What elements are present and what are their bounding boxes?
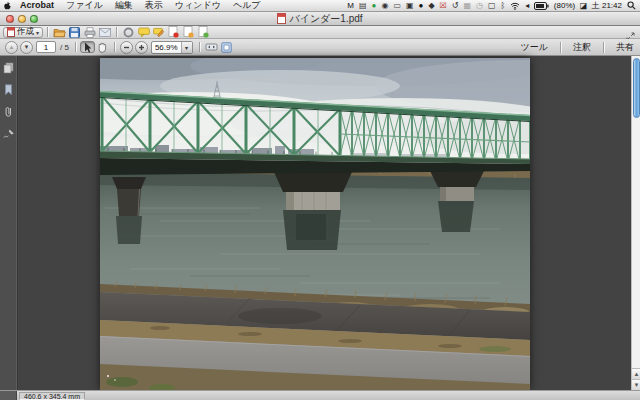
window-title-bar[interactable]: バインダー1.pdf [0, 12, 640, 26]
zoom-in-button[interactable] [135, 41, 148, 54]
ring-tool-icon [123, 27, 134, 38]
page-number-input[interactable] [36, 41, 56, 53]
pdf-page-photo [100, 58, 530, 390]
time-machine-icon[interactable]: ↺ [449, 0, 461, 11]
zoom-out-button[interactable] [120, 41, 133, 54]
page-thumbnails-icon[interactable] [2, 61, 15, 74]
scrollbar-thumb[interactable] [633, 58, 640, 118]
cursor-arrow-icon [83, 42, 92, 53]
document-orange-badge-icon [183, 26, 194, 38]
antivirus-orb-icon[interactable]: ● [369, 0, 379, 11]
select-tool-button[interactable] [80, 41, 95, 53]
menubar-clock[interactable]: 土 21:42 [590, 0, 624, 11]
menu-item-view[interactable]: 表示 [139, 0, 169, 11]
previous-page-button[interactable]: ▲ [5, 41, 18, 54]
spaces-grid-icon[interactable]: ▦ [461, 0, 474, 11]
window-title: バインダー1.pdf [289, 12, 362, 26]
menu-bar: Acrobat ファイル 編集 表示 ウィンドウ ヘルプ M▤●◉▭▣●◆☒↺▦… [0, 0, 640, 12]
desktop: Acrobat ファイル 編集 表示 ウィンドウ ヘルプ M▤●◉▭▣●◆☒↺▦… [0, 0, 640, 400]
menu-item-help[interactable]: ヘルプ [227, 0, 267, 11]
page-count-label: / 5 [60, 43, 69, 52]
spotlight-icon[interactable] [624, 0, 638, 11]
attachments-paperclip-icon[interactable] [2, 105, 15, 118]
status-bar: 460.6 x 345.4 mm [0, 390, 640, 400]
app-m-icon[interactable]: M [345, 0, 357, 11]
scroll-up-arrow[interactable]: ▲ [632, 368, 640, 379]
document-red-badge-icon [168, 26, 179, 38]
printer-icon [84, 27, 96, 38]
network-error-icon[interactable]: ☒ [437, 0, 449, 11]
record-dot-icon[interactable]: ● [416, 0, 426, 11]
plus-icon [138, 44, 145, 51]
doc-forward-button[interactable] [181, 26, 196, 38]
minimize-window-button[interactable] [18, 15, 26, 23]
doc-approve-button[interactable] [196, 26, 211, 38]
bluetooth-icon[interactable]: ᛒ [498, 0, 508, 11]
create-pdf-icon [7, 27, 15, 37]
zoom-level-combo[interactable]: 56.9% ▾ [151, 41, 193, 54]
battery-percent[interactable]: (80%) [552, 1, 577, 10]
document-pane: ▲ ▼ [0, 56, 640, 390]
nav-toolbar: ▲ ▼ / 5 56.9% ▾ ツール 注釈 [0, 39, 640, 56]
input-method-icon[interactable]: ◆ [426, 0, 437, 11]
print-button[interactable] [82, 26, 97, 38]
bookmarks-icon[interactable] [2, 83, 15, 96]
stamp-tool-button[interactable] [121, 26, 136, 38]
tools-panel-button[interactable]: ツール [513, 41, 556, 54]
hand-icon [97, 42, 107, 53]
sticky-note-button[interactable] [136, 26, 151, 38]
signature-icon[interactable] [2, 127, 15, 140]
highlight-text-button[interactable] [151, 26, 166, 38]
day-app-icon[interactable]: ◪ [577, 0, 590, 11]
highlighter-icon [153, 27, 165, 38]
apple-logo-icon[interactable] [0, 0, 14, 11]
envelope-icon [99, 28, 111, 37]
hand-tool-button[interactable] [95, 41, 110, 53]
clock-dim-icon[interactable]: ◷ [473, 0, 485, 11]
display-icon[interactable]: ▢ [485, 0, 498, 11]
bridge-photo-graphic [100, 58, 530, 390]
save-file-button[interactable] [67, 26, 82, 38]
globe-icon[interactable]: ◉ [379, 0, 391, 11]
save-floppy-icon [69, 27, 80, 38]
main-toolbar: 作成 ▾ [0, 26, 640, 39]
pdf-file-icon [277, 13, 286, 24]
doc-reject-button[interactable] [166, 26, 181, 38]
comment-panel-button[interactable]: 注釈 [565, 41, 599, 54]
statusbar-corner [0, 391, 17, 400]
sticky-note-icon [138, 27, 150, 38]
fit-width-icon [205, 42, 218, 52]
open-folder-icon [53, 27, 66, 38]
wifi-icon[interactable] [508, 0, 523, 11]
document-green-badge-icon [198, 26, 209, 38]
close-window-button[interactable] [6, 15, 14, 23]
battery-icon[interactable] [532, 0, 552, 11]
volume-icon[interactable]: ◂ [523, 0, 532, 11]
menu-item-file[interactable]: ファイル [60, 0, 109, 11]
scroll-down-arrow[interactable]: ▼ [632, 379, 640, 390]
menu-item-window[interactable]: ウィンドウ [169, 0, 227, 11]
zoom-level-value[interactable]: 56.9% [152, 43, 181, 52]
email-button[interactable] [97, 26, 112, 38]
navigation-pane [0, 56, 18, 390]
share-panel-button[interactable]: 共有 [608, 41, 634, 54]
zoom-caret-icon[interactable]: ▾ [181, 42, 192, 53]
display-capture-icon[interactable]: ▣ [403, 0, 416, 11]
window-icon[interactable]: ▭ [391, 0, 404, 11]
fit-page-icon [221, 42, 232, 53]
folder-icon[interactable]: ▤ [357, 0, 370, 11]
vertical-scrollbar[interactable]: ▲ ▼ [631, 56, 640, 390]
menubar-status-icons: M▤●◉▭▣●◆☒↺▦◷▢ᛒ [345, 0, 508, 11]
page-size-label: 460.6 x 345.4 mm [19, 392, 85, 400]
menu-item-acrobat[interactable]: Acrobat [14, 0, 60, 11]
minus-icon [123, 44, 130, 51]
open-file-button[interactable] [52, 26, 67, 38]
create-pdf-button[interactable]: 作成 ▾ [3, 27, 43, 38]
next-page-button[interactable]: ▼ [20, 41, 33, 54]
zoom-window-button[interactable] [30, 15, 38, 23]
scroll-mode-button[interactable] [204, 41, 219, 53]
fit-page-button[interactable] [219, 41, 234, 53]
menu-item-edit[interactable]: 編集 [109, 0, 139, 11]
